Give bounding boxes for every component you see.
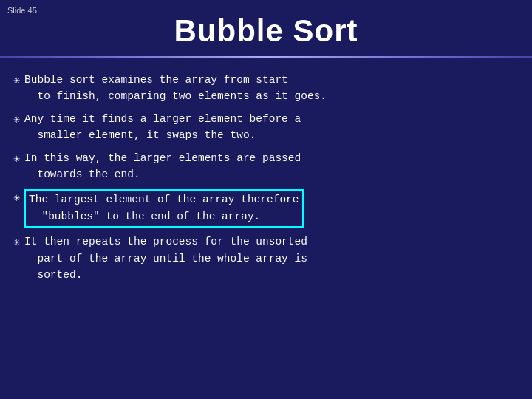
- bullet-item-3: ✳ In this way, the larger elements are p…: [13, 150, 519, 183]
- bullet-item-5: ✳ It then repeats the process for the un…: [13, 233, 519, 283]
- bullet-text-3: In this way, the larger elements are pas…: [24, 150, 301, 183]
- bullet-item-2: ✳ Any time it finds a larger element bef…: [13, 111, 519, 144]
- bullet-symbol-1: ✳: [13, 72, 20, 89]
- bullet-text-5: It then repeats the process for the unso…: [24, 233, 307, 283]
- bullet-text-1: Bubble sort examines the array from star…: [24, 72, 327, 105]
- bullet-symbol-3: ✳: [13, 151, 20, 168]
- bullet-symbol-2: ✳: [13, 112, 20, 129]
- bullet-symbol-5: ✳: [13, 234, 20, 251]
- bullet-text-4-wrapper: The largest element of the array therefo…: [24, 189, 303, 228]
- bullet-item-4: ✳ The largest element of the array there…: [13, 189, 519, 228]
- bullet-text-4: The largest element of the array therefo…: [29, 194, 299, 222]
- bullet-text-2: Any time it finds a larger element befor…: [24, 111, 301, 144]
- bullet-item-1: ✳ Bubble sort examines the array from st…: [13, 72, 519, 105]
- title-bar: Bubble Sort: [0, 0, 532, 56]
- bullet-symbol-4: ✳: [13, 190, 20, 207]
- slide-title: Bubble Sort: [174, 13, 358, 48]
- title-divider: [0, 56, 532, 58]
- content-area: ✳ Bubble sort examines the array from st…: [0, 72, 532, 284]
